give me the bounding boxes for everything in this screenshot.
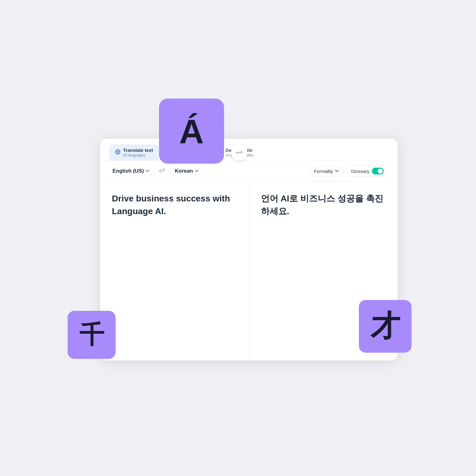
globe-icon (115, 149, 121, 155)
char-tile-top: Á (159, 99, 224, 164)
char-tile-bottom-right: 才 (359, 300, 412, 353)
source-language-chevron (146, 169, 149, 173)
scene: Á 千 才 Trans (68, 99, 408, 377)
glossary-toggle[interactable] (372, 168, 384, 174)
glossary-label: Glossary (351, 169, 369, 174)
swap-horizontal-icon (159, 168, 165, 173)
source-panel[interactable]: Drive business success with Language AI. (100, 182, 249, 360)
translated-text: 언어 AI로 비즈니스 성공을 촉진하세요. (261, 192, 386, 218)
chevron-down-icon (146, 170, 149, 172)
tab-translate-text[interactable]: Translate text 33 languages (109, 144, 159, 161)
target-language-selector[interactable]: Korean (172, 166, 202, 176)
translate-text-icon (115, 149, 121, 156)
swap-arrows-icon (236, 149, 243, 156)
translate-text-sub: 33 languages (123, 153, 153, 157)
target-language-chevron (195, 169, 199, 173)
char-tile-bottom-left: 千 (68, 311, 116, 359)
main-card: Translate text 33 languages Translate fi… (100, 139, 398, 360)
target-language-label: Korean (175, 168, 193, 174)
source-language-label: English (US) (112, 168, 144, 174)
source-language-selector[interactable]: English (US) (109, 166, 152, 176)
formality-label: Formality (314, 169, 333, 174)
char-tile-bottom-right-char: 才 (371, 306, 400, 346)
char-tile-bottom-left-char: 千 (79, 318, 104, 352)
formality-chevron-icon (335, 170, 339, 172)
translation-panels: Drive business success with Language AI.… (100, 182, 398, 360)
swap-icon-float[interactable] (231, 144, 247, 161)
translate-text-label: Translate text 33 languages (123, 148, 153, 157)
tabs-bar: Translate text 33 languages Translate fi… (100, 139, 398, 161)
source-text[interactable]: Drive business success with Language AI. (112, 192, 237, 218)
char-tile-top-char: Á (179, 112, 204, 151)
glossary-button[interactable]: Glossary (346, 165, 388, 177)
chevron-down-icon-2 (195, 170, 199, 172)
swap-languages-button[interactable] (159, 168, 165, 174)
translate-text-main: Translate text (123, 148, 153, 153)
language-bar: English (US) Korean (100, 161, 398, 182)
formality-button[interactable]: Formality (309, 166, 343, 176)
